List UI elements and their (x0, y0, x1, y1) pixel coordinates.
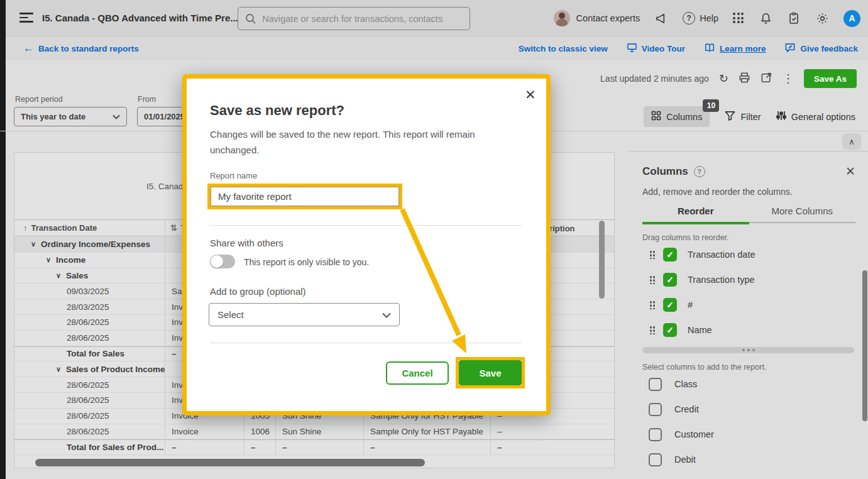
columns-panel-subtitle: Add, remove and reorder the columns. (642, 187, 855, 197)
settings-gear-icon[interactable] (815, 11, 829, 25)
reorder-item[interactable]: ✓ Transaction date (642, 242, 855, 267)
columns-button[interactable]: Columns 10 (644, 106, 710, 127)
give-feedback-link[interactable]: Give feedback (784, 42, 858, 55)
save-as-button[interactable]: Save As (804, 69, 857, 88)
tasks-clipboard-icon[interactable] (787, 11, 801, 25)
search-input[interactable] (262, 14, 463, 24)
drag-hint-text: Drag columns to reorder. (642, 233, 855, 242)
book-icon (704, 43, 715, 55)
checked-checkbox[interactable]: ✓ (663, 298, 677, 312)
filter-button[interactable]: Filter (725, 111, 761, 123)
reorder-item[interactable]: ✓ # (642, 292, 855, 317)
learn-more-link[interactable]: Learn more (704, 43, 766, 55)
row-chevron-icon[interactable]: ∨ (31, 240, 36, 248)
cancel-button[interactable]: Cancel (386, 361, 449, 385)
checked-checkbox[interactable]: ✓ (663, 323, 677, 337)
table-row[interactable]: ∨ Total for Sales of Prod... – – – – – (14, 439, 614, 455)
group-select[interactable]: Select (209, 303, 400, 326)
close-dialog-icon[interactable]: ✕ (525, 87, 536, 102)
row-label: Sales of Product Income (66, 365, 165, 374)
reorder-item[interactable]: ✓ Transaction type (642, 267, 855, 292)
row-label: Total for Sales of Prod... (67, 443, 163, 452)
cell-description: – (364, 440, 491, 454)
user-avatar[interactable]: A (843, 10, 860, 27)
add-item-label: Credit (674, 404, 699, 414)
collapse-header-button[interactable]: ∧ (842, 133, 861, 150)
tab-reorder[interactable]: Reorder (642, 206, 749, 222)
table-vertical-scrollbar[interactable] (599, 221, 605, 299)
tab-underline (642, 222, 855, 224)
cell-num: – (244, 440, 276, 454)
unchecked-checkbox[interactable] (649, 428, 662, 441)
tab-more-columns[interactable]: More Columns (749, 206, 856, 222)
announcements-icon[interactable] (654, 11, 668, 25)
checked-checkbox[interactable]: ✓ (663, 273, 677, 287)
save-button[interactable]: Save (459, 360, 522, 385)
reorder-item[interactable]: ✓ Name (642, 317, 855, 343)
apps-grid-icon[interactable] (733, 13, 744, 24)
dialog-title: Save as new report? (210, 102, 344, 119)
share-with-others-label: Share with others (210, 238, 283, 248)
video-tour-link[interactable]: Video Tour (627, 42, 685, 55)
drag-handle-icon[interactable] (649, 275, 655, 284)
company-name: I5. Canada - QBO Advanced with Time Pre.… (42, 13, 238, 23)
report-subheader: ← Back to standard reports Switch to cla… (6, 36, 868, 60)
reorder-item-label: Transaction type (688, 275, 755, 285)
drag-handle-icon[interactable] (649, 250, 655, 259)
more-options-kebab-icon[interactable]: ⋮ (783, 73, 794, 84)
help-button[interactable]: ? Help (683, 12, 718, 25)
row-label: Total for Sales (67, 349, 124, 358)
general-options-button[interactable]: General options (776, 111, 855, 123)
switch-to-classic-view-link[interactable]: Switch to classic view (519, 44, 608, 53)
print-icon[interactable] (739, 72, 750, 85)
close-panel-icon[interactable]: ✕ (845, 164, 855, 179)
add-column-item[interactable]: Credit (642, 397, 855, 422)
save-button-highlight: Save (456, 357, 525, 388)
unchecked-checkbox[interactable] (649, 378, 662, 391)
row-chevron-icon[interactable]: ∨ (56, 365, 61, 373)
add-column-item[interactable]: Debit (642, 447, 855, 472)
columns-count-badge: 10 (703, 99, 719, 112)
notifications-bell-icon[interactable] (759, 11, 772, 25)
filter-funnel-icon (725, 111, 735, 123)
from-date-input[interactable]: 01/01/2025 (137, 107, 187, 126)
row-label: Income (56, 255, 85, 265)
back-arrow-icon: ← (23, 42, 34, 55)
columns-panel: Columns ? ✕ Add, remove and reorder the … (629, 151, 868, 479)
header-transaction-date[interactable]: ↑ Transaction Date (14, 220, 165, 236)
row-chevron-icon[interactable]: ∨ (56, 272, 61, 280)
drag-handle-icon[interactable] (649, 326, 655, 334)
share-toggle[interactable] (210, 255, 235, 268)
report-name-input[interactable] (211, 187, 399, 206)
unchecked-checkbox[interactable] (649, 403, 662, 416)
contact-experts-button[interactable]: Contact experts (554, 10, 640, 26)
row-label: 28/06/2025 (67, 333, 109, 343)
unchecked-checkbox[interactable] (649, 453, 662, 466)
add-column-item[interactable]: Customer (642, 422, 855, 447)
page-vertical-scrollbar[interactable] (862, 270, 867, 421)
table-row[interactable]: ∨ 28/06/2025 Invoice 1006 Sun Shine Samp… (14, 424, 614, 440)
reorder-list: ✓ Transaction date ✓ Transaction type ✓ … (642, 242, 855, 343)
hamburger-menu-icon[interactable] (19, 13, 33, 24)
expert-avatar (554, 10, 570, 26)
refresh-icon[interactable]: ↻ (719, 73, 728, 84)
export-icon[interactable] (761, 72, 772, 85)
cell-last: – (491, 440, 598, 454)
video-tour-icon (627, 42, 637, 55)
report-period-select[interactable]: This year to date (14, 107, 127, 126)
checked-checkbox[interactable]: ✓ (663, 248, 677, 262)
table-horizontal-scrollbar[interactable] (35, 459, 425, 466)
add-to-group-label: Add to group (optional) (210, 286, 306, 297)
reorder-list-scrollbar[interactable] (642, 347, 854, 353)
feedback-icon (784, 42, 796, 55)
columns-grid-icon (651, 111, 661, 123)
row-label: 28/06/2025 (67, 427, 109, 436)
columns-help-icon[interactable]: ? (694, 166, 705, 177)
top-navbar: I5. Canada - QBO Advanced with Time Pre.… (6, 0, 868, 36)
global-search[interactable] (238, 7, 470, 30)
add-column-item[interactable]: Class (642, 372, 855, 397)
row-label: Ordinary Income/Expenses (41, 239, 150, 249)
drag-handle-icon[interactable] (649, 300, 655, 309)
back-to-standard-reports-link[interactable]: ← Back to standard reports (23, 36, 139, 60)
row-chevron-icon[interactable]: ∨ (46, 256, 51, 264)
